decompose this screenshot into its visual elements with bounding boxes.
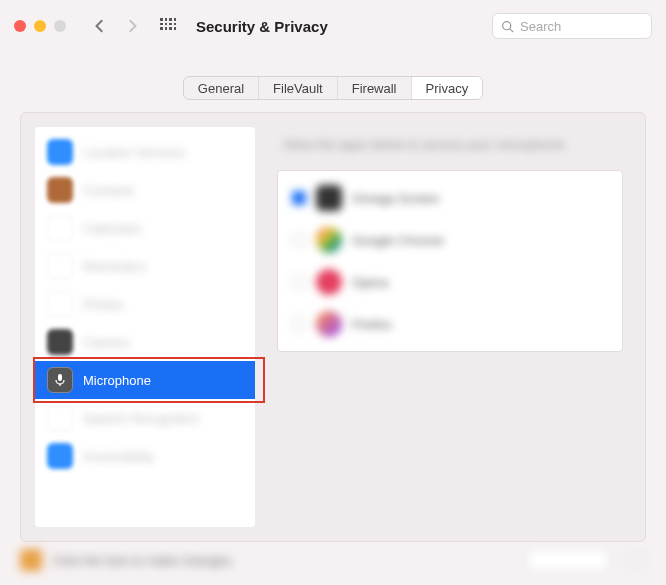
app-row[interactable]: Opera [278,261,622,303]
show-all-button[interactable] [156,14,180,38]
sidebar-item-label: Speech Recognition [83,411,199,426]
close-window-button[interactable] [14,20,26,32]
app-checkbox[interactable] [292,233,306,247]
app-row[interactable]: Firefox [278,303,622,345]
sidebar-item-label: Photos [83,297,123,312]
content-heading: Allow the apps below to access your micr… [283,137,623,152]
svg-rect-2 [58,374,62,381]
privacy-content: Allow the apps below to access your micr… [269,127,631,527]
app-checkbox[interactable] [292,317,306,331]
tab-privacy[interactable]: Privacy [412,77,483,99]
privacy-sidebar: Location Services Contacts Calendars Rem… [35,127,255,527]
svg-point-0 [503,21,511,29]
tab-bar: General FileVault Firewall Privacy [0,52,666,112]
app-icon [316,269,342,295]
lock-hint-text: Click the lock to make changes. [52,553,235,568]
chevron-right-icon [125,19,139,33]
app-row[interactable]: Omega Screen [278,177,622,219]
sidebar-item-accessibility[interactable]: Accessibility [35,437,255,475]
app-permission-list: Omega Screen Google Chrome Opera Firefox [277,170,623,352]
calendar-icon [47,215,73,241]
app-name: Omega Screen [352,191,439,206]
app-checkbox[interactable] [292,275,306,289]
sidebar-item-label: Location Services [83,145,186,160]
forward-button[interactable] [120,14,144,38]
sidebar-item-reminders[interactable]: Reminders [35,247,255,285]
tab-filevault[interactable]: FileVault [259,77,338,99]
contacts-icon [47,177,73,203]
preferences-panel: Location Services Contacts Calendars Rem… [20,112,646,542]
search-icon [501,20,514,33]
search-input[interactable]: Search [492,13,652,39]
sidebar-item-location[interactable]: Location Services [35,133,255,171]
tab-firewall[interactable]: Firewall [338,77,412,99]
sidebar-item-photos[interactable]: Photos [35,285,255,323]
help-button[interactable] [626,550,646,570]
svg-line-1 [510,28,513,31]
traffic-lights [14,20,66,32]
microphone-icon [47,367,73,393]
speech-icon [47,405,73,431]
app-icon [316,311,342,337]
sidebar-item-label: Calendars [83,221,142,236]
grid-icon [160,18,176,34]
advanced-button[interactable] [528,549,608,571]
tab-general[interactable]: General [184,77,259,99]
sidebar-item-camera[interactable]: Camera [35,323,255,361]
search-placeholder: Search [520,19,561,34]
app-row[interactable]: Google Chrome [278,219,622,261]
sidebar-item-label: Reminders [83,259,146,274]
accessibility-icon [47,443,73,469]
app-name: Opera [352,275,388,290]
sidebar-item-contacts[interactable]: Contacts [35,171,255,209]
app-name: Firefox [352,317,392,332]
sidebar-item-calendars[interactable]: Calendars [35,209,255,247]
sidebar-item-label: Camera [83,335,129,350]
minimize-window-button[interactable] [34,20,46,32]
sidebar-item-speech[interactable]: Speech Recognition [35,399,255,437]
sidebar-item-microphone[interactable]: Microphone [35,361,255,399]
app-icon [316,227,342,253]
sidebar-item-label: Accessibility [83,449,154,464]
zoom-window-button[interactable] [54,20,66,32]
back-button[interactable] [88,14,112,38]
sidebar-item-label: Contacts [83,183,134,198]
app-icon [316,185,342,211]
titlebar: Security & Privacy Search [0,0,666,52]
photos-icon [47,291,73,317]
location-icon [47,139,73,165]
app-name: Google Chrome [352,233,444,248]
footer: Click the lock to make changes. [20,549,646,571]
app-checkbox[interactable] [292,191,306,205]
chevron-left-icon [93,19,107,33]
sidebar-item-label: Microphone [83,373,151,388]
reminders-icon [47,253,73,279]
lock-icon[interactable] [20,549,42,571]
window-title: Security & Privacy [196,18,328,35]
camera-icon [47,329,73,355]
